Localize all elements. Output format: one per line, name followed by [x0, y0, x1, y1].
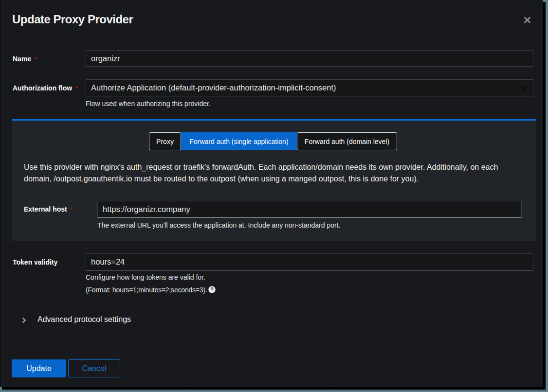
- svg-text:?: ?: [210, 287, 213, 292]
